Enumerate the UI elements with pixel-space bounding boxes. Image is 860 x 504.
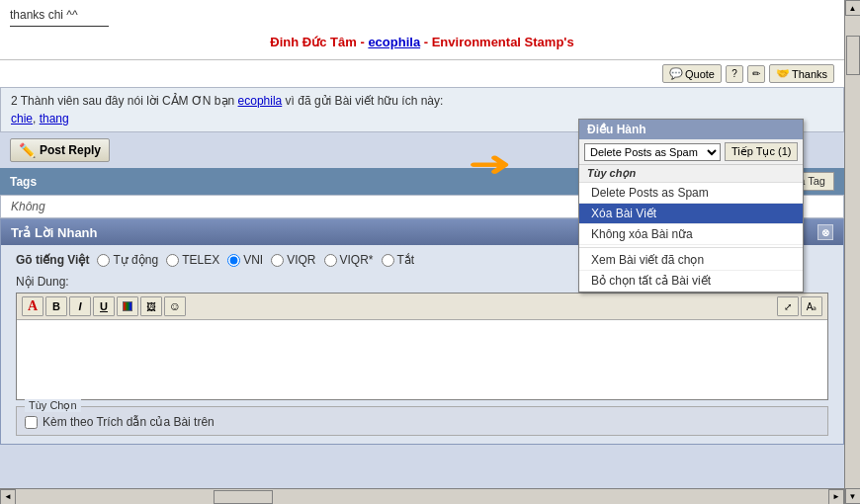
option-viqr[interactable]: VIQR [271, 253, 315, 267]
resize-button[interactable]: ⤢ [777, 296, 799, 316]
tuy-chon-section: Tùy Chọn Kèm theo Trích dẫn của Bài trên [16, 406, 828, 436]
dropdown-title: Điều Hành [587, 123, 646, 136]
tuy-chon-legend: Tùy Chọn [25, 399, 81, 412]
dropdown-item-bo-chon[interactable]: Bỏ chọn tất cả Bài viết [579, 271, 803, 292]
bold-icon: B [52, 300, 60, 312]
dieu-hanh-dropdown: Điều Hành Delete Posts as Spam Xóa Bài V… [578, 119, 804, 293]
tuy-chon-checkbox-row: Kèm theo Trích dẫn của Bài trên [25, 415, 819, 429]
tiep-tuc-button[interactable]: Tiếp Tục (1) [725, 142, 798, 161]
info-button[interactable]: ? [726, 65, 743, 83]
top-section: thanks chi ^^ Đinh Đức Tâm - ecophila - … [0, 0, 844, 60]
member-thang[interactable]: thang [40, 112, 69, 126]
scroll-up-button[interactable]: ▲ [845, 0, 861, 16]
author-eco: ecophila [368, 35, 420, 49]
editor-body[interactable] [17, 320, 827, 399]
scroll-thumb-bottom[interactable] [214, 490, 273, 504]
option-tu-dong[interactable]: Tự động [97, 253, 158, 267]
edit-icon: ✏ [752, 68, 760, 79]
post-reply-button[interactable]: ✏️ Post Reply [10, 138, 110, 162]
font-size-icon: Aₐ [807, 301, 817, 312]
tags-value: Không [11, 200, 45, 213]
main-wrapper: thanks chi ^^ Đinh Đức Tâm - ecophila - … [0, 0, 860, 504]
italic-icon: I [78, 300, 81, 312]
quote-button[interactable]: 💬 Quote [662, 64, 722, 83]
scroll-thumb-right[interactable] [846, 36, 860, 75]
arrow-indicator: ➜ [468, 143, 512, 185]
resize-icon: ⤢ [784, 301, 792, 312]
tags-label: Tags [10, 175, 37, 189]
radio-tu-dong[interactable] [97, 254, 110, 267]
font-button[interactable]: A [22, 296, 43, 316]
tra-loi-title: Trả Lời Nhanh [11, 225, 98, 240]
action-buttons-area: 💬 Quote ? ✏ 🤝 Thanks [0, 60, 844, 87]
font-icon: A [28, 298, 38, 314]
underline-line [10, 26, 109, 27]
dropdown-item-khong-xoa[interactable]: Không xóa Bài nữa [579, 224, 803, 245]
color-button[interactable] [117, 296, 138, 316]
smiley-icon: ☺ [169, 299, 181, 313]
thank-post: vì đã gửi Bài viết hữu ích này: [282, 94, 443, 108]
toolbar-right-buttons: ⤢ Aₐ [777, 296, 822, 316]
italic-button[interactable]: I [69, 296, 91, 316]
edit-button[interactable]: ✏ [747, 65, 765, 83]
tuy-chon-header: Tùy chọn [579, 165, 803, 183]
thanks-button[interactable]: 🤝 Thanks [769, 64, 834, 83]
image-icon: 🖼 [146, 301, 156, 312]
info-icon: ? [731, 68, 737, 79]
smiley-button[interactable]: ☺ [164, 296, 186, 316]
option-telex[interactable]: TELEX [166, 253, 219, 267]
scroll-right-button[interactable]: ► [828, 489, 844, 505]
collapse-button[interactable]: ⊗ [817, 224, 833, 240]
sep2: - Environmental Stamp's [424, 35, 574, 49]
editor-container: A B I U [16, 293, 828, 400]
editor-toolbar: A B I U [17, 294, 827, 320]
option-vni[interactable]: VNI [227, 253, 263, 267]
quote-label: Quote [685, 68, 715, 80]
scroll-down-button[interactable]: ▼ [845, 488, 861, 504]
bold-button[interactable]: B [45, 296, 67, 316]
thank-members-text: 2 Thành viên sau đây nói lời CẢM ƠN bạn … [11, 94, 833, 108]
dropdown-item-delete-spam[interactable]: Delete Posts as Spam [579, 183, 803, 204]
image-button[interactable]: 🖼 [140, 296, 162, 316]
dropdown-item-xem-bai[interactable]: Xem Bài viết đã chọn [579, 250, 803, 271]
color-icon [123, 301, 132, 311]
member-sep: , [33, 112, 40, 126]
dropdown-divider [579, 247, 803, 248]
option-viqr2[interactable]: VIQR* [324, 253, 374, 267]
scroll-left-button[interactable]: ◄ [0, 489, 16, 505]
go-viet-label: Gõ tiếng Việt [16, 253, 89, 267]
dropdown-select[interactable]: Delete Posts as Spam Xóa Bài Viết Không … [584, 143, 721, 161]
scroll-track-right [845, 16, 861, 488]
trich-dan-label: Kèm theo Trích dẫn của Bài trên [43, 415, 215, 429]
option-off[interactable]: Tắt [382, 253, 415, 267]
underline-button[interactable]: U [93, 296, 115, 316]
author-title: Đinh Đức Tâm - ecophila - Environmental … [10, 35, 834, 49]
font-size-button[interactable]: Aₐ [801, 296, 822, 316]
radio-viqr2[interactable] [324, 254, 337, 267]
scrollbar-right: ▲ ▼ [844, 0, 860, 504]
thanks-text: thanks chi ^^ [10, 8, 834, 22]
dropdown-select-row: Delete Posts as Spam Xóa Bài Viết Không … [579, 139, 803, 165]
underline-icon: U [100, 300, 108, 312]
trich-dan-checkbox[interactable] [25, 416, 38, 429]
scrollbar-bottom: ◄ ► [0, 488, 844, 504]
member-chie[interactable]: chie [11, 112, 33, 126]
thank-eco-link[interactable]: ecophila [238, 94, 283, 108]
author-name: Đinh Đức Tâm [270, 35, 356, 49]
radio-vni[interactable] [227, 254, 240, 267]
thanks-icon: 🤝 [776, 67, 790, 80]
scroll-track-bottom [16, 489, 828, 505]
post-reply-label: Post Reply [40, 143, 101, 157]
thanks-label: Thanks [792, 68, 827, 80]
radio-viqr[interactable] [271, 254, 284, 267]
thank-pre: 2 Thành viên sau đây nói lời CẢM ƠN bạn [11, 94, 238, 108]
dropdown-header: Điều Hành [579, 120, 803, 139]
dropdown-item-xoa-bai[interactable]: Xóa Bài Viết [579, 204, 803, 224]
radio-telex[interactable] [166, 254, 179, 267]
quote-icon: 💬 [669, 67, 683, 80]
radio-off[interactable] [382, 254, 394, 267]
pencil-icon: ✏️ [19, 142, 36, 158]
